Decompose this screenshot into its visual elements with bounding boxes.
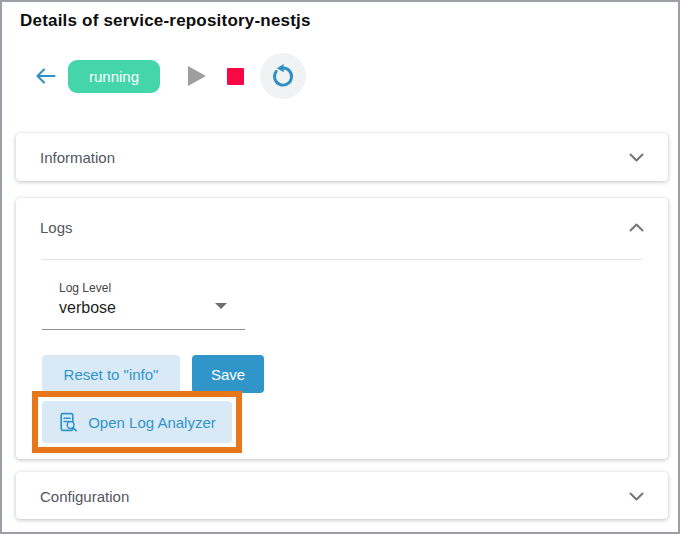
chevron-up-icon	[629, 223, 644, 232]
stop-icon[interactable]	[227, 68, 244, 85]
logs-divider	[42, 259, 642, 260]
page-title: Details of service-repository-nestjs	[20, 11, 311, 31]
play-icon[interactable]	[188, 66, 206, 86]
open-log-analyzer-button[interactable]: Open Log Analyzer	[42, 401, 232, 443]
chevron-down-icon	[629, 153, 644, 162]
document-search-icon	[58, 412, 78, 432]
service-toolbar: running	[30, 53, 306, 99]
panel-logs-label: Logs	[40, 219, 73, 236]
open-log-analyzer-label: Open Log Analyzer	[88, 414, 216, 431]
panel-information: Information	[16, 133, 668, 181]
panel-information-label: Information	[40, 149, 115, 166]
status-badge-label: running	[89, 68, 139, 85]
panel-configuration-header[interactable]: Configuration	[16, 472, 668, 520]
reset-to-info-label: Reset to "info"	[64, 366, 159, 383]
restart-icon	[269, 62, 297, 90]
status-badge: running	[68, 60, 160, 93]
panel-logs-header[interactable]: Logs	[16, 198, 668, 256]
reset-to-info-button[interactable]: Reset to "info"	[42, 355, 180, 393]
save-button[interactable]: Save	[192, 355, 264, 393]
back-button[interactable]	[30, 61, 60, 91]
log-level-select[interactable]: Log Level verbose	[42, 279, 245, 330]
panel-logs: Logs Log Level verbose Reset to "info" S…	[16, 198, 668, 459]
log-level-label: Log Level	[59, 281, 245, 295]
caret-down-icon	[215, 303, 227, 309]
panel-configuration: Configuration	[16, 472, 668, 519]
save-label: Save	[211, 366, 245, 383]
arrow-left-icon	[32, 64, 59, 88]
panel-configuration-label: Configuration	[40, 488, 129, 505]
chevron-down-icon	[629, 492, 644, 501]
restart-button[interactable]	[260, 53, 306, 99]
panel-information-header[interactable]: Information	[16, 133, 668, 181]
